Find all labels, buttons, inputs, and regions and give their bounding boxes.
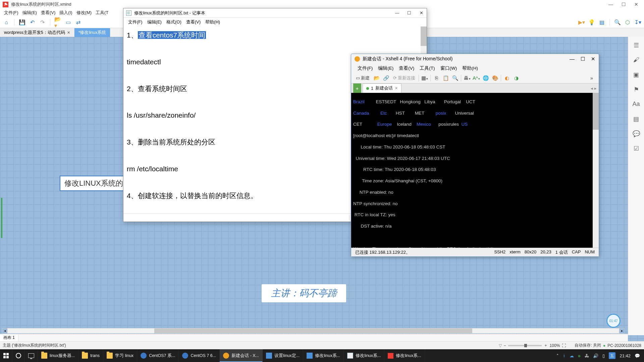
- taskbar-item[interactable]: CentOS 7 6...: [179, 349, 220, 362]
- topic-node[interactable]: 修改LINUX系统的: [60, 176, 128, 191]
- search-icon[interactable]: 🔍: [614, 19, 621, 26]
- cortana-button[interactable]: [12, 349, 25, 362]
- terminal-scrollbar[interactable]: [593, 93, 599, 248]
- sheet-tab[interactable]: 画布 1: [0, 334, 18, 341]
- home-icon[interactable]: ⌂: [3, 19, 10, 26]
- zoom-value[interactable]: 100%: [550, 343, 560, 348]
- link-icon[interactable]: 🔗: [382, 74, 390, 82]
- reconnect-button[interactable]: ⟳重新连接: [392, 74, 417, 82]
- xftp-icon[interactable]: ◑: [513, 74, 520, 82]
- taskbar-item[interactable]: trans: [78, 349, 103, 362]
- filter-icon[interactable]: ▽: [499, 343, 502, 348]
- terminal[interactable]: Brazil EST5EDT Hongkong Libya Portugal U…: [351, 93, 599, 248]
- text-style-icon[interactable]: Aa: [633, 101, 640, 108]
- zoom-in-icon[interactable]: ＋: [544, 343, 548, 348]
- battery-icon[interactable]: ▯: [602, 353, 605, 358]
- menu-help[interactable]: 帮助(H): [460, 65, 480, 72]
- close-icon[interactable]: ✕: [591, 56, 595, 62]
- outline-icon[interactable]: ☰: [633, 42, 640, 49]
- xmind-titlebar[interactable]: 修改linux系统的时间时区.xmind — ☐ ✕: [0, 0, 644, 9]
- undo-icon[interactable]: ↶: [29, 19, 36, 26]
- scroll-right-icon[interactable]: ▸: [619, 328, 625, 334]
- bluetooth-icon[interactable]: ᚼ: [563, 353, 566, 358]
- maximize-icon[interactable]: ☐: [581, 56, 585, 62]
- taskview-button[interactable]: [25, 349, 38, 362]
- timer-badge[interactable]: 01:47: [606, 314, 621, 328]
- menu-file[interactable]: 文件(F): [3, 9, 20, 16]
- minimize-icon[interactable]: —: [394, 10, 400, 15]
- ime-icon[interactable]: 五: [609, 352, 615, 359]
- fit-icon[interactable]: ⛶: [562, 343, 566, 348]
- print-icon[interactable]: 🖶: [463, 74, 471, 82]
- xshell-window[interactable]: 新建会话 - Xshell 4 (Free for Home/School) —…: [351, 54, 599, 257]
- insert-icon[interactable]: ▭: [64, 19, 72, 26]
- tab-prev-icon[interactable]: ◂: [591, 86, 593, 91]
- menu-modify[interactable]: 修改(M): [75, 9, 93, 16]
- xshell-icon[interactable]: ◐: [503, 74, 511, 82]
- save-icon[interactable]: 💾: [18, 19, 26, 26]
- menu-window[interactable]: 窗口(W): [438, 65, 460, 72]
- start-button[interactable]: [0, 349, 12, 362]
- minimize-icon[interactable]: —: [608, 2, 613, 7]
- close-icon[interactable]: ✕: [634, 2, 639, 7]
- menu-file[interactable]: 文件(F): [126, 18, 145, 26]
- scroll-thumb[interactable]: [154, 328, 472, 333]
- document-tab[interactable]: wordpress主题开发5：动态代码 ✕: [0, 28, 74, 37]
- menu-view[interactable]: 查看(V): [40, 9, 57, 16]
- taskbar-item[interactable]: 修改linux系...: [344, 349, 384, 362]
- paste-icon[interactable]: 📋: [442, 74, 449, 82]
- maximize-icon[interactable]: ☐: [407, 10, 412, 15]
- xshell-titlebar[interactable]: 新建会话 - Xshell 4 (Free for Home/School) —…: [351, 54, 599, 64]
- document-tab-active[interactable]: *修改linux系统: [74, 28, 111, 37]
- globe-icon[interactable]: 🌐: [482, 74, 489, 82]
- notes-icon[interactable]: ▤: [633, 115, 640, 123]
- font-icon[interactable]: Aᵃ: [473, 74, 480, 82]
- horizontal-scrollbar[interactable]: ◂ ▸: [2, 328, 625, 334]
- tab-close-icon[interactable]: ✕: [67, 31, 70, 35]
- menu-file[interactable]: 文件(F): [355, 65, 375, 72]
- taskbar-item[interactable]: 修改linux系...: [303, 349, 344, 362]
- menu-view[interactable]: 查看(V): [396, 65, 417, 72]
- flag-icon[interactable]: ⚑: [633, 86, 640, 93]
- network-icon[interactable]: 🖧: [585, 353, 589, 358]
- onedrive-icon[interactable]: ☁: [570, 353, 574, 358]
- play-icon[interactable]: ▶▾: [578, 19, 585, 26]
- security-icon[interactable]: ⎈: [578, 353, 581, 358]
- share-icon[interactable]: ⬡: [624, 19, 631, 26]
- folder-open-icon[interactable]: 📂▾: [54, 19, 62, 26]
- volume-icon[interactable]: 🔊: [593, 353, 598, 358]
- menu-edit[interactable]: 编辑(E): [145, 18, 164, 26]
- menu-edit[interactable]: 编辑(E): [376, 65, 396, 72]
- taskbar-item[interactable]: 修改linux系...: [384, 349, 425, 362]
- notifications-icon[interactable]: 💬: [635, 353, 640, 358]
- copy-icon[interactable]: ⎘: [433, 74, 440, 82]
- menu-tools[interactable]: 工具(T): [417, 65, 437, 72]
- taskbar-item[interactable]: CentOS7 系...: [137, 349, 179, 362]
- session-tab[interactable]: 1 新建会话 ✕: [363, 83, 401, 93]
- find-icon[interactable]: 🔍: [451, 74, 459, 82]
- menu-view[interactable]: 查看(V): [184, 18, 203, 26]
- menu-insert[interactable]: 插入(I): [58, 9, 73, 16]
- menu-tools[interactable]: 工具(T: [94, 9, 110, 16]
- minimize-icon[interactable]: —: [570, 56, 575, 62]
- menu-edit[interactable]: 编辑(E): [21, 9, 38, 16]
- menu-format[interactable]: 格式(O): [164, 18, 183, 26]
- tab-close-icon[interactable]: ✕: [395, 86, 398, 90]
- taskbar-item[interactable]: 设置linux定...: [263, 349, 303, 362]
- task-icon[interactable]: ☑: [633, 145, 640, 152]
- image-icon[interactable]: ▣: [633, 71, 640, 78]
- lightbulb-icon[interactable]: 💡: [588, 19, 595, 26]
- clock[interactable]: 21:42: [620, 353, 631, 358]
- menu-help[interactable]: 帮助(H): [203, 18, 222, 26]
- zoom-slider[interactable]: [508, 345, 542, 346]
- gantt-icon[interactable]: ▤: [598, 19, 605, 26]
- tray-chevron-icon[interactable]: ˄: [556, 353, 559, 358]
- export-icon[interactable]: ↧▾: [634, 19, 641, 26]
- scroll-left-icon[interactable]: ◂: [2, 328, 7, 334]
- brush-icon[interactable]: 🖌: [633, 56, 640, 64]
- subtitle-node[interactable]: 主讲：码不亭蹄: [262, 284, 346, 302]
- tab-next-icon[interactable]: ▸: [594, 86, 597, 91]
- new-session-button[interactable]: ▭新建: [355, 74, 371, 82]
- redo-icon[interactable]: ↷: [39, 19, 46, 26]
- link-icon[interactable]: ⇄: [74, 19, 82, 26]
